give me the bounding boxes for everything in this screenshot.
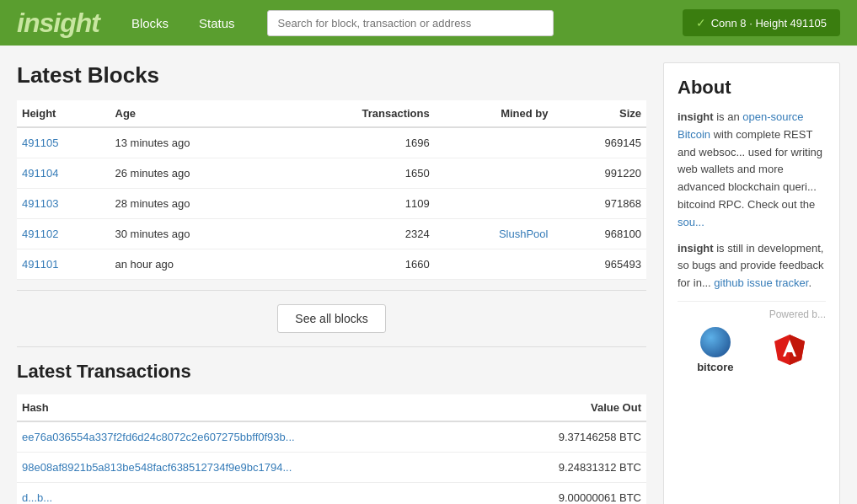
block-height: 491105: [17, 127, 110, 158]
tx-hash-link[interactable]: ee76a036554a337f2fd6d24c8072c2e607275bbf…: [22, 431, 295, 443]
col-hash: Hash: [17, 394, 490, 421]
block-mined-by: SlushPool: [435, 219, 554, 249]
col-value-out: Value Out: [490, 394, 646, 421]
table-row: d...b... 9.00000061 BTC: [17, 483, 646, 505]
main-content: Latest Blocks Height Age Transactions Mi…: [0, 46, 857, 504]
tx-hash: 98e08af8921b5a813be548facf638512734f9e9b…: [17, 453, 490, 483]
transactions-table-body: ee76a036554a337f2fd6d24c8072c2e607275bbf…: [17, 421, 646, 504]
col-size: Size: [553, 100, 646, 127]
block-age: 30 minutes ago: [110, 219, 280, 249]
content-area: Latest Blocks Height Age Transactions Mi…: [17, 62, 663, 504]
table-row: 491105 13 minutes ago 1696 969145: [17, 127, 646, 158]
block-mined-by: [435, 158, 554, 189]
block-mined-by: [435, 127, 554, 158]
about-link-github[interactable]: github issue tracker: [714, 276, 808, 289]
block-height: 491104: [17, 158, 110, 189]
status-badge: ✓ Conn 8 · Height 491105: [683, 9, 840, 36]
angular-logo-icon: [773, 333, 806, 367]
table-row: ee76a036554a337f2fd6d24c8072c2e607275bbf…: [17, 421, 646, 453]
about-link-source[interactable]: sou...: [678, 216, 704, 228]
about-text-1: insight is an open-source Bitcoin with c…: [678, 109, 826, 232]
blocks-table-header: Height Age Transactions Mined by Size: [17, 100, 646, 127]
tx-hash: d...b...: [17, 483, 490, 505]
logo[interactable]: insight: [17, 8, 99, 39]
sidebar: About insight is an open-source Bitcoin …: [663, 62, 840, 504]
block-height: 491103: [17, 189, 110, 219]
see-all-blocks-button[interactable]: See all blocks: [277, 304, 385, 333]
block-age: an hour ago: [110, 249, 280, 280]
latest-transactions-title: Latest Transactions: [17, 361, 646, 383]
block-height-link[interactable]: 491105: [22, 137, 58, 149]
block-size: 968100: [553, 219, 646, 249]
bitcore-sphere-icon: [700, 327, 731, 357]
search-input[interactable]: [267, 10, 554, 36]
block-transactions: 1696: [280, 127, 435, 158]
block-age: 13 minutes ago: [110, 127, 280, 158]
table-row: 491103 28 minutes ago 1109 971868: [17, 189, 646, 219]
status-text: Conn 8 · Height 491105: [711, 17, 827, 29]
about-insight-bold-2: insight: [678, 242, 714, 255]
block-size: 991220: [553, 158, 646, 189]
block-age: 28 minutes ago: [110, 189, 280, 219]
bitcore-logo: bitcore: [697, 327, 733, 373]
latest-blocks-title: Latest Blocks: [17, 62, 646, 88]
table-row: 491102 30 minutes ago 2324 SlushPool 968…: [17, 219, 646, 249]
block-transactions: 1650: [280, 158, 435, 189]
about-text-2: insight is still in development, so bugs…: [678, 240, 826, 292]
block-height: 491102: [17, 219, 110, 249]
about-insight-bold-1: insight: [678, 110, 714, 123]
powered-by-text: Powered b...: [678, 301, 826, 320]
block-height: 491101: [17, 249, 110, 280]
tx-hash-link[interactable]: 98e08af8921b5a813be548facf638512734f9e9b…: [22, 461, 292, 474]
block-height-link[interactable]: 491102: [22, 228, 58, 240]
block-size: 965493: [553, 249, 646, 280]
tx-value-out: 9.24831312 BTC: [490, 453, 646, 483]
logos: bitcore: [678, 327, 826, 373]
block-transactions: 1109: [280, 189, 435, 219]
nav-blocks[interactable]: Blocks: [125, 13, 175, 34]
mined-by-link[interactable]: SlushPool: [499, 228, 549, 240]
header: insight Blocks Status ✓ Conn 8 · Height …: [0, 0, 857, 46]
blocks-table: Height Age Transactions Mined by Size 49…: [17, 100, 646, 280]
table-row: 491104 26 minutes ago 1650 991220: [17, 158, 646, 189]
block-age: 26 minutes ago: [110, 158, 280, 189]
logo-text: insight: [17, 8, 99, 38]
block-mined-by: [435, 189, 554, 219]
nav-status[interactable]: Status: [192, 13, 242, 34]
col-age: Age: [110, 100, 280, 127]
tx-hash: ee76a036554a337f2fd6d24c8072c2e607275bbf…: [17, 421, 490, 453]
transactions-table: Hash Value Out ee76a036554a337f2fd6d24c8…: [17, 394, 646, 504]
bitcore-label: bitcore: [697, 361, 733, 373]
tx-value-out: 9.37146258 BTC: [490, 421, 646, 453]
col-transactions: Transactions: [280, 100, 435, 127]
transactions-table-header: Hash Value Out: [17, 394, 646, 421]
col-mined-by: Mined by: [435, 100, 554, 127]
block-transactions: 1660: [280, 249, 435, 280]
block-height-link[interactable]: 491101: [22, 258, 58, 271]
table-row: 98e08af8921b5a813be548facf638512734f9e9b…: [17, 453, 646, 483]
block-mined-by: [435, 249, 554, 280]
col-height: Height: [17, 100, 110, 127]
block-height-link[interactable]: 491103: [22, 197, 58, 210]
about-title: About: [678, 77, 826, 99]
blocks-table-body: 491105 13 minutes ago 1696 969145 491104…: [17, 127, 646, 280]
table-row: 491101 an hour ago 1660 965493: [17, 249, 646, 280]
block-size: 969145: [553, 127, 646, 158]
check-icon: ✓: [696, 16, 706, 29]
block-transactions: 2324: [280, 219, 435, 249]
tx-hash-link[interactable]: d...b...: [22, 491, 52, 504]
block-height-link[interactable]: 491104: [22, 167, 58, 180]
tx-value-out: 9.00000061 BTC: [490, 483, 646, 505]
block-size: 971868: [553, 189, 646, 219]
